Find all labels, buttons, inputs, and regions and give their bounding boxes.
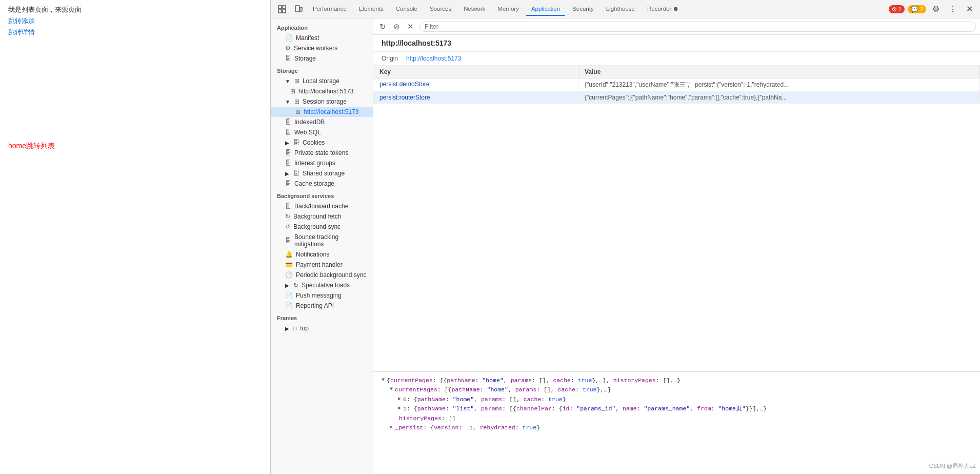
sidebar-label-periodic-bg-sync: Periodic background sync (296, 271, 366, 279)
sidebar-item-interest-groups[interactable]: 🗄 Interest groups (271, 158, 373, 168)
detail-indent-1: currentPages: [{pathName: "home", params… (382, 385, 972, 423)
settings-btn[interactable]: ⚙ (929, 2, 943, 16)
sidebar-item-back-forward-cache[interactable]: 🗄 Back/forward cache (271, 201, 373, 211)
tab-security[interactable]: Security (567, 3, 599, 16)
sidebar-item-cache-storage[interactable]: 🗄 Cache storage (271, 179, 373, 189)
interest-groups-icon: 🗄 (285, 160, 291, 167)
sidebar-item-cookies[interactable]: ▶ 🗄 Cookies (271, 137, 373, 148)
tri-root[interactable] (382, 376, 385, 384)
filter-input[interactable] (419, 22, 976, 32)
tab-network[interactable]: Network (458, 3, 490, 16)
sidebar-item-session-storage[interactable]: ▼ ⊞ Session storage (271, 96, 373, 107)
svg-rect-2 (278, 10, 282, 13)
cache-storage-icon: 🗄 (285, 180, 291, 187)
shared-storage-icon: 🗄 (293, 170, 299, 177)
sidebar-label-bounce-tracking: Bounce tracking mitigations (294, 233, 367, 248)
table-row-selected[interactable]: persist:routerStore {"currentPages":[{"p… (373, 92, 980, 104)
origin-label: Origin (382, 55, 398, 62)
devtools-main: ↻ ⊘ ✕ http://localhost:5173 Origin http:… (373, 18, 980, 474)
sidebar-item-payment-handler[interactable]: 💳 Payment handler (271, 260, 373, 270)
tri-item-1[interactable] (398, 404, 401, 412)
sidebar-header-application: Application (271, 21, 373, 33)
sidebar-label-private-state-tokens: Private state tokens (294, 149, 348, 156)
sidebar-label-background-fetch: Background fetch (293, 213, 341, 220)
manifest-icon: 📄 (285, 34, 293, 42)
session-storage-icon: ⊞ (294, 98, 299, 105)
tab-application[interactable]: Application (526, 3, 565, 16)
clear-btn[interactable]: ⊘ (391, 21, 402, 32)
tab-elements[interactable]: Elements (354, 3, 389, 16)
tab-recorder[interactable]: Recorder ⏺ (642, 3, 685, 16)
sidebar-label-local-storage: Local storage (303, 77, 339, 85)
watermark: CSDN @局外人LZ (929, 462, 976, 470)
tri-item-0[interactable] (398, 395, 401, 403)
sidebar-label-service-workers: Service workers (294, 45, 337, 52)
arrow-local-storage: ▼ (285, 78, 290, 84)
sidebar-label-indexeddb: IndexedDB (294, 118, 325, 126)
push-messaging-icon: 📄 (285, 292, 293, 299)
detail-line-6: _persist: {version: -1, rehydrated: true… (382, 423, 972, 432)
clear-x-btn[interactable]: ✕ (405, 21, 416, 32)
tab-memory[interactable]: Memory (492, 3, 524, 16)
sidebar-label-storage: Storage (294, 55, 316, 62)
table-header: Key Value (373, 66, 980, 78)
link-detail[interactable]: 跳转详情 (8, 28, 262, 37)
refresh-btn[interactable]: ↻ (377, 21, 388, 32)
home-link[interactable]: home跳转列表 (8, 142, 262, 151)
more-btn[interactable]: ⋮ (946, 2, 960, 16)
svg-rect-1 (283, 6, 286, 9)
sidebar-item-storage[interactable]: 🗄 Storage (271, 53, 373, 64)
sidebar-item-periodic-bg-sync[interactable]: 🕐 Periodic background sync (271, 270, 373, 280)
sidebar-item-local-storage-localhost[interactable]: ⊞ http://localhost:5173 (271, 86, 373, 96)
devtools-topbar: Performance Elements Console Sources Net… (271, 0, 980, 18)
tab-sources[interactable]: Sources (425, 3, 456, 16)
sidebar-item-top-frame[interactable]: ▶ □ top (271, 323, 373, 333)
sidebar-item-manifest[interactable]: 📄 Manifest (271, 33, 373, 43)
service-workers-icon: ⚙ (285, 45, 291, 52)
sidebar-item-websql[interactable]: 🗄 Web SQL (271, 127, 373, 137)
detail-line-1: {currentPages: [{pathName: "home", param… (382, 376, 972, 385)
devtools-panel: Performance Elements Console Sources Net… (270, 0, 980, 474)
tri-current-pages[interactable] (390, 385, 393, 393)
sidebar-header-frames: Frames (271, 311, 373, 323)
sidebar-item-reporting-api[interactable]: 📄 Reporting API (271, 301, 373, 311)
table-row[interactable]: persist:demoStore {"userId":"213213","us… (373, 78, 980, 92)
sidebar-item-service-workers[interactable]: ⚙ Service workers (271, 43, 373, 53)
close-btn[interactable]: ✕ (963, 2, 976, 16)
detail-line-3: 0: {pathName: "home", params: [], cache:… (398, 395, 972, 404)
sidebar-item-local-storage[interactable]: ▼ ⊞ Local storage (271, 76, 373, 86)
sidebar-item-background-sync[interactable]: ↺ Background sync (271, 222, 373, 232)
detail-text-1: {currentPages: [{pathName: "home", param… (387, 376, 681, 385)
origin-row: Origin http://localhost:5173 (373, 52, 980, 66)
sidebar-item-notifications[interactable]: 🔔 Notifications (271, 249, 373, 260)
link-add[interactable]: 跳转添加 (8, 16, 262, 26)
error-badge: ⊗ 1 (889, 5, 905, 13)
inspect-icon-btn[interactable] (275, 3, 289, 15)
sidebar-label-session-storage-url: http://localhost:5173 (304, 108, 358, 115)
notifications-icon: 🔔 (285, 251, 293, 258)
tab-lighthouse[interactable]: Lighthouse (601, 3, 640, 16)
detail-text-5: historyPages: [] (399, 414, 455, 423)
tab-performance[interactable]: Performance (308, 3, 352, 16)
tri-persist[interactable] (390, 423, 393, 431)
tab-console[interactable]: Console (391, 3, 423, 16)
sidebar-label-background-sync: Background sync (293, 223, 341, 230)
sidebar-item-session-storage-localhost[interactable]: ⊞ http://localhost:5173 (271, 107, 373, 117)
sidebar-item-shared-storage[interactable]: ▶ 🗄 Shared storage (271, 168, 373, 179)
sidebar-item-private-state-tokens[interactable]: 🗄 Private state tokens (271, 148, 373, 158)
sidebar-item-bounce-tracking[interactable]: 🗄 Bounce tracking mitigations (271, 232, 373, 249)
sidebar-item-background-fetch[interactable]: ↻ Background fetch (271, 211, 373, 222)
device-toolbar-btn[interactable] (291, 3, 306, 15)
sidebar-item-indexeddb[interactable]: 🗄 IndexedDB (271, 117, 373, 127)
sidebar-label-local-storage-url: http://localhost:5173 (298, 88, 353, 95)
arrow-cookies: ▶ (285, 140, 289, 146)
svg-rect-4 (295, 6, 299, 12)
sidebar-item-push-messaging[interactable]: 📄 Push messaging (271, 290, 373, 301)
arrow-top-frame: ▶ (285, 326, 289, 331)
sidebar-item-speculative-loads[interactable]: ▶ ↻ Speculative loads (271, 280, 373, 290)
local-storage-url-icon: ⊞ (290, 88, 295, 95)
reporting-api-icon: 📄 (285, 302, 293, 309)
storage-icon: 🗄 (285, 55, 291, 62)
detail-panel: {currentPages: [{pathName: "home", param… (373, 371, 980, 474)
page-area: 我是列表页面，来源页面 跳转添加 跳转详情 home跳转列表 P (0, 0, 980, 474)
